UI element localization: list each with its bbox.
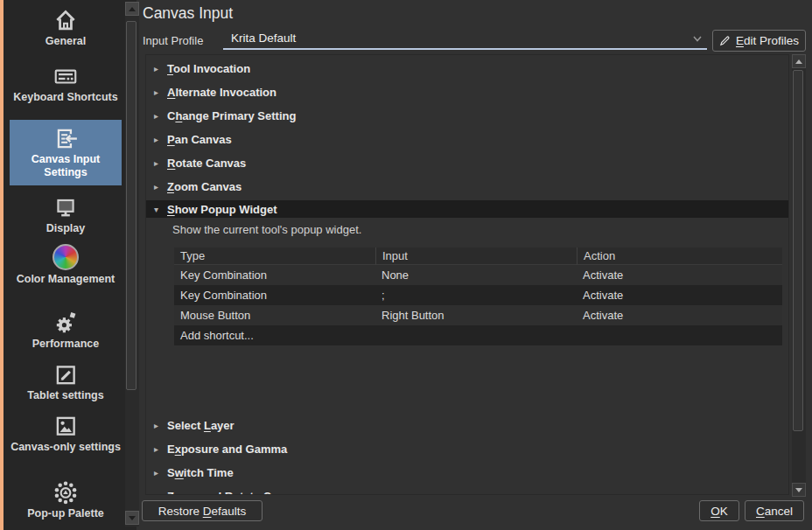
- canvas-image-icon: [52, 413, 80, 439]
- tree-item-label: Show Popup Widget: [167, 203, 277, 216]
- tree-item-label: Change Primary Setting: [167, 109, 296, 122]
- tree-item-label: Select Layer: [167, 419, 234, 432]
- sidebar-item-canvas-only-settings[interactable]: Canvas-only settings: [10, 409, 122, 457]
- tree-item-label: Alternate Invocation: [167, 86, 276, 99]
- sidebar-item-label: Canvas Input Settings: [10, 153, 122, 180]
- collapsed-arrow-icon: ▸: [154, 111, 167, 121]
- sidebar-item-label: Canvas-only settings: [10, 441, 121, 454]
- add-shortcut-row[interactable]: Add shortcut...: [174, 325, 782, 345]
- sidebar-scroll-up-icon[interactable]: [125, 2, 139, 16]
- collapsed-arrow-icon: ▸: [154, 182, 167, 192]
- sidebar-item-keyboard-shortcuts[interactable]: Keyboard Shortcuts: [10, 59, 122, 108]
- column-header-type: Type: [174, 248, 375, 265]
- sidebar-item-label: Pop-up Palette: [27, 507, 104, 520]
- input-profile-label: Input Profile: [143, 34, 203, 47]
- scroll-down-icon[interactable]: [792, 483, 806, 497]
- tree-item-label: Zoom Canvas: [167, 180, 242, 193]
- input-profile-combobox[interactable]: Krita Default: [223, 27, 707, 50]
- tree-item-change-primary-setting[interactable]: ▸ Change Primary Setting: [146, 104, 788, 127]
- table-cell[interactable]: Key Combination: [174, 265, 375, 285]
- collapsed-arrow-icon: ▸: [154, 135, 167, 144]
- expanded-arrow-icon: ▾: [154, 205, 167, 214]
- collapsed-arrow-icon: ▸: [154, 158, 167, 168]
- scroll-up-icon[interactable]: [792, 54, 806, 68]
- tree-item-label: Rotate Canvas: [167, 157, 246, 170]
- table-cell[interactable]: Right Button: [375, 305, 577, 325]
- cancel-label: Cancel: [756, 505, 793, 518]
- table-cell[interactable]: Activate: [577, 265, 782, 285]
- column-header-input: Input: [375, 248, 577, 265]
- tree-item-tool-invocation[interactable]: ▸ Tool Invocation: [146, 57, 788, 80]
- sidebar-item-general[interactable]: General: [10, 3, 122, 52]
- pencil-icon: [719, 35, 731, 46]
- ok-label: OK: [710, 505, 728, 518]
- table-cell[interactable]: Mouse Button: [174, 305, 375, 325]
- tree-item-switch-time[interactable]: ▸ Switch Time: [146, 461, 788, 484]
- sidebar-item-label: Keyboard Shortcuts: [13, 91, 117, 104]
- table-cell[interactable]: Activate: [577, 285, 782, 305]
- sidebar-item-label: Performance: [32, 338, 99, 351]
- sidebar-scrollbar[interactable]: [125, 2, 139, 527]
- tablet-pen-icon: [52, 361, 80, 387]
- sidebar-scroll-down-icon[interactable]: [125, 511, 139, 525]
- chevron-down-icon: [693, 36, 702, 42]
- sidebar-item-performance[interactable]: Performance: [10, 306, 122, 354]
- sidebar-item-tablet-settings[interactable]: Tablet settings: [10, 358, 122, 406]
- edit-profiles-button[interactable]: Edit Profiles: [712, 30, 806, 52]
- sidebar-item-color-management[interactable]: Color Management: [10, 240, 122, 289]
- tree-item-label: Tool Invocation: [167, 62, 250, 75]
- table-cell[interactable]: Activate: [577, 305, 782, 325]
- sidebar-item-popup-palette[interactable]: Pop-up Palette: [10, 476, 122, 524]
- collapsed-arrow-icon: ▸: [154, 444, 167, 454]
- restore-defaults-button[interactable]: Restore Defaults: [142, 500, 262, 521]
- sidebar-item-label: Display: [46, 222, 85, 235]
- collapsed-arrow-icon: ▸: [154, 492, 167, 496]
- tree-item-show-popup-widget[interactable]: ▾ Show Popup Widget: [146, 200, 788, 218]
- table-cell[interactable]: None: [375, 265, 577, 285]
- restore-defaults-label: Restore Defaults: [158, 505, 247, 518]
- edit-profiles-label: Edit Profiles: [736, 34, 799, 47]
- shortcut-table: Type Input Action Key Combination None A…: [174, 248, 782, 345]
- keyboard-icon: [52, 63, 80, 89]
- collapsed-arrow-icon: ▸: [154, 64, 167, 73]
- action-list-scrollbar[interactable]: [792, 54, 806, 497]
- scrollbar-thumb[interactable]: [793, 70, 803, 431]
- ok-button[interactable]: OK: [699, 500, 739, 521]
- home-icon: [52, 7, 80, 33]
- tree-item-label: Switch Time: [167, 466, 234, 479]
- popup-palette-icon: [52, 479, 80, 506]
- canvas-input-icon: [52, 125, 80, 151]
- sidebar-scrollbar-thumb[interactable]: [126, 21, 136, 390]
- table-cell[interactable]: Key Combination: [174, 285, 375, 305]
- tree-item-exposure-and-gamma[interactable]: ▸ Exposure and Gamma: [146, 437, 788, 460]
- collapsed-arrow-icon: ▸: [154, 87, 167, 97]
- tree-item-zoom-and-rotate-canvas[interactable]: ▸ Zoom and Rotate Canvas: [146, 485, 788, 495]
- input-profile-value: Krita Default: [223, 31, 296, 45]
- tree-item-label: Pan Canvas: [167, 133, 232, 146]
- canvas-input-settings-dialog: General Keyboard Shortcuts Canvas Input: [0, 0, 812, 530]
- column-header-action: Action: [577, 248, 782, 265]
- collapsed-arrow-icon: ▸: [154, 421, 167, 430]
- tree-item-pan-canvas[interactable]: ▸ Pan Canvas: [146, 128, 788, 150]
- tree-item-rotate-canvas[interactable]: ▸ Rotate Canvas: [146, 151, 788, 174]
- sidebar-item-label: Tablet settings: [27, 389, 103, 402]
- sidebar-item-label: Color Management: [17, 273, 116, 286]
- collapsed-arrow-icon: ▸: [154, 468, 167, 478]
- sidebar-item-canvas-input-settings[interactable]: Canvas Input Settings: [10, 120, 122, 185]
- tree-item-label: Exposure and Gamma: [167, 443, 287, 456]
- color-wheel-icon: [52, 244, 79, 270]
- tree-item-select-layer[interactable]: ▸ Select Layer: [146, 414, 788, 436]
- sidebar-item-display[interactable]: Display: [10, 191, 122, 239]
- action-description: Show the current tool's popup widget.: [172, 223, 361, 239]
- table-cell[interactable]: ;: [375, 285, 577, 305]
- page-title: Canvas Input: [143, 4, 233, 23]
- display-icon: [52, 194, 80, 220]
- tree-item-zoom-canvas[interactable]: ▸ Zoom Canvas: [146, 175, 788, 198]
- canvas-input-action-list: ▸ Tool Invocation ▸ Alternate Invocation…: [145, 54, 789, 495]
- sidebar-item-label: General: [46, 35, 87, 48]
- cancel-button[interactable]: Cancel: [745, 500, 804, 521]
- settings-category-sidebar: General Keyboard Shortcuts Canvas Input: [4, 0, 136, 530]
- tree-item-label: Zoom and Rotate Canvas: [167, 490, 304, 496]
- tree-item-alternate-invocation[interactable]: ▸ Alternate Invocation: [146, 80, 788, 103]
- gear-icon: [52, 310, 80, 336]
